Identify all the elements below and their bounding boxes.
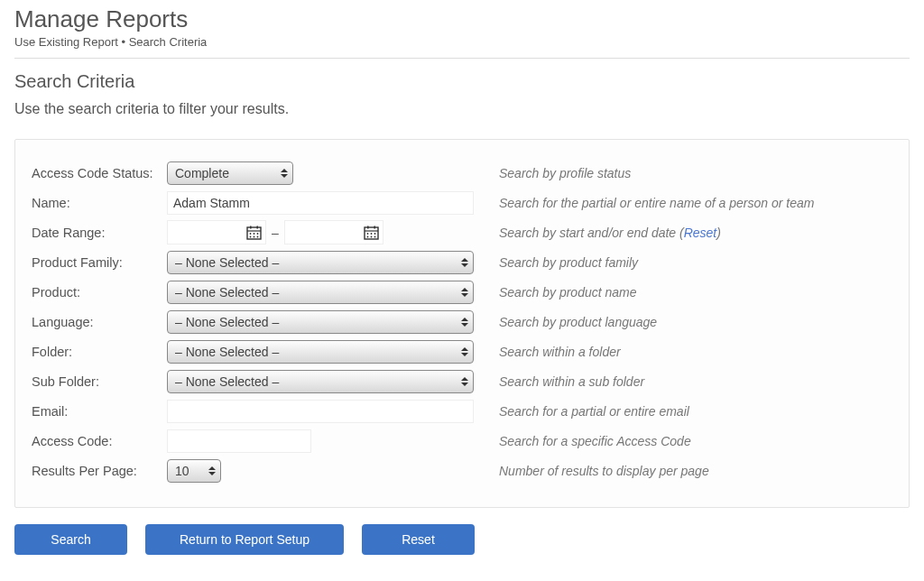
folder-select[interactable]: – None Selected – <box>167 340 474 364</box>
row-access-code: Access Code: Search for a specific Acces… <box>32 426 892 456</box>
label-date-range: Date Range: <box>32 226 167 240</box>
hint-name: Search for the partial or entire name of… <box>485 196 892 210</box>
label-product: Product: <box>32 285 167 300</box>
reset-button[interactable]: Reset <box>362 524 475 555</box>
divider <box>14 58 910 59</box>
label-results-per-page: Results Per Page: <box>32 464 167 478</box>
email-input[interactable] <box>167 400 474 423</box>
date-range-reset-link[interactable]: Reset <box>684 226 717 240</box>
sub-folder-select[interactable]: – None Selected – <box>167 370 474 393</box>
svg-point-16 <box>374 233 375 235</box>
svg-point-14 <box>366 233 368 235</box>
label-access-code-status: Access Code Status: <box>32 166 167 180</box>
label-product-family: Product Family: <box>32 255 167 270</box>
hint-results-per-page: Number of results to display per page <box>485 464 892 478</box>
row-folder: Folder: – None Selected – Search within … <box>32 337 892 366</box>
search-button[interactable]: Search <box>14 524 127 555</box>
row-product: Product: – None Selected – Search by pro… <box>32 277 892 307</box>
button-row: Search Return to Report Setup Reset <box>14 524 910 555</box>
calendar-icon <box>246 226 262 240</box>
row-email: Email: Search for a partial or entire em… <box>32 396 892 426</box>
hint-product-family: Search by product family <box>485 255 892 270</box>
hint-email: Search for a partial or entire email <box>485 404 892 419</box>
svg-point-19 <box>374 235 375 237</box>
return-to-report-setup-button[interactable]: Return to Report Setup <box>145 524 344 555</box>
results-per-page-select[interactable]: 10 <box>167 459 221 483</box>
access-code-status-select[interactable]: Complete <box>167 161 293 185</box>
label-folder: Folder: <box>32 345 167 359</box>
svg-rect-13 <box>374 226 375 228</box>
label-sub-folder: Sub Folder: <box>32 374 167 389</box>
row-access-code-status: Access Code Status: Complete Search by p… <box>32 158 892 188</box>
calendar-icon <box>364 226 379 240</box>
label-name: Name: <box>32 196 167 210</box>
product-select[interactable]: – None Selected – <box>167 281 474 304</box>
label-access-code: Access Code: <box>32 434 167 448</box>
hint-access-code: Search for a specific Access Code <box>485 434 892 448</box>
access-code-input[interactable] <box>167 429 311 453</box>
hint-folder: Search within a folder <box>485 345 892 359</box>
svg-point-15 <box>370 233 372 235</box>
row-results-per-page: Results Per Page: 10 Number of results t… <box>32 456 892 485</box>
svg-point-6 <box>257 233 259 235</box>
section-description: Use the search criteria to filter your r… <box>14 101 910 117</box>
section-title: Search Criteria <box>14 71 910 92</box>
row-language: Language: – None Selected – Search by pr… <box>32 307 892 337</box>
row-name: Name: Search for the partial or entire n… <box>32 188 892 217</box>
svg-rect-2 <box>250 226 252 228</box>
hint-access-code-status: Search by profile status <box>485 166 892 180</box>
hint-date-range: Search by start and/or end date (Reset) <box>485 226 892 240</box>
svg-point-18 <box>370 235 372 237</box>
hint-product: Search by product name <box>485 285 892 300</box>
language-select[interactable]: – None Selected – <box>167 310 474 334</box>
page-title: Manage Reports <box>14 5 910 33</box>
row-sub-folder: Sub Folder: – None Selected – Search wit… <box>32 366 892 396</box>
svg-point-8 <box>254 235 255 237</box>
svg-point-5 <box>254 233 255 235</box>
row-product-family: Product Family: – None Selected – Search… <box>32 247 892 277</box>
search-form-panel: Access Code Status: Complete Search by p… <box>14 139 910 508</box>
name-input[interactable] <box>167 191 474 215</box>
date-start-input[interactable] <box>167 220 266 244</box>
label-language: Language: <box>32 315 167 329</box>
svg-point-4 <box>250 233 252 235</box>
hint-sub-folder: Search within a sub folder <box>485 374 892 389</box>
date-range-separator: – <box>272 226 279 240</box>
label-email: Email: <box>32 404 167 419</box>
hint-language: Search by product language <box>485 315 892 329</box>
svg-rect-3 <box>256 226 258 228</box>
row-date-range: Date Range: – Search by start and/or end… <box>32 217 892 247</box>
svg-point-9 <box>257 235 259 237</box>
date-end-input[interactable] <box>284 220 383 244</box>
svg-point-17 <box>366 235 368 237</box>
svg-rect-12 <box>367 226 369 228</box>
svg-point-7 <box>250 235 252 237</box>
product-family-select[interactable]: – None Selected – <box>167 251 474 274</box>
breadcrumb: Use Existing Report • Search Criteria <box>14 35 910 49</box>
